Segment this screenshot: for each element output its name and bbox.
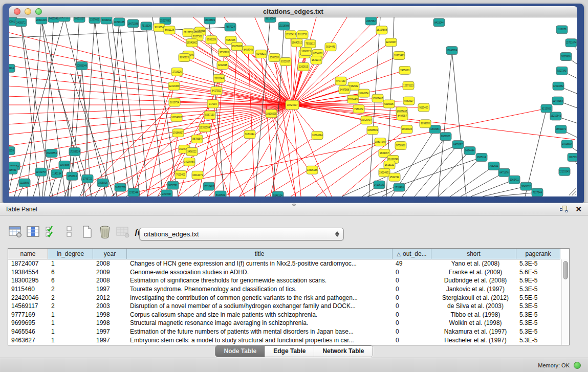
graph-node[interactable]: 1362615 [298,62,309,71]
graph-node[interactable]: 8601128 [164,26,175,34]
graph-node[interactable]: 8267150 [204,111,215,119]
graph-node[interactable]: 8494957 [397,112,408,120]
graph-node[interactable]: 7632621 [488,162,499,170]
graph-node[interactable]: 6497568 [339,85,350,94]
graph-node[interactable]: 16648784 [446,47,458,55]
network-window-titlebar[interactable]: citations_edges.txt [9,6,577,17]
graph-node[interactable]: 8427552 [211,86,222,95]
graph-node[interactable]: 1696215 [300,48,312,56]
table-row[interactable]: 1456911722003Disruption of a novel membe… [8,302,569,311]
graph-node[interactable]: 8215955 [541,104,552,113]
graph-node[interactable]: 17016504 [561,140,573,148]
graph-node[interactable]: 3915931 [9,166,17,174]
column-chooser-icon[interactable] [25,224,41,239]
column-header-pagerank[interactable]: pagerank [516,249,560,259]
graph-node[interactable]: 2718126 [171,68,183,76]
graph-node[interactable]: 9699695 [420,120,431,128]
graph-node[interactable]: 9161044 [244,130,255,139]
tab-edge-table[interactable]: Edge Table [265,346,314,357]
graph-node[interactable]: 14099489 [184,158,195,166]
graph-node[interactable]: 1167533 [568,153,577,161]
table-scrollbar[interactable] [561,259,569,345]
graph-node[interactable]: 16654085 [171,114,182,122]
graph-node[interactable]: 20564486 [347,95,359,103]
table-row[interactable]: 1830029562008Estimation of significance … [8,276,569,285]
graph-node[interactable]: 1621072 [311,56,322,64]
graph-node[interactable]: 9857791 [167,181,179,189]
table-row[interactable]: 911546021997Tourette syndrome. Phenomeno… [8,285,569,294]
graph-node[interactable]: 2405572 [15,18,27,27]
graph-node[interactable]: 6216005 [383,100,395,108]
window-resize-grip[interactable] [569,188,576,195]
column-header-year[interactable]: year [93,249,127,259]
graph-node[interactable]: 13654923 [401,125,412,134]
graph-node[interactable]: 12442757 [35,168,47,176]
graph-node[interactable]: 16210643 [550,112,561,120]
graph-node[interactable]: 19166857 [172,129,184,137]
graph-node[interactable]: 15692971 [555,125,567,134]
graph-node[interactable]: 19524851 [379,168,390,177]
graph-node[interactable]: 10973493 [394,52,405,60]
graph-node[interactable]: 8813054 [265,17,276,23]
graph-node[interactable]: 9119354 [154,24,165,32]
graph-node[interactable]: 9756928 [395,142,406,150]
table-selector-dropdown[interactable]: citations_edges.txt [139,228,344,240]
graph-node[interactable]: 14196141 [374,181,385,189]
tab-node-table[interactable]: Node Table [215,346,265,357]
graph-node[interactable]: 3498222 [186,148,198,156]
graph-node[interactable]: 9474444 [464,147,475,155]
close-panel-icon[interactable]: ✕ [575,206,582,213]
graph-node[interactable]: 7986372 [353,105,364,113]
trash-icon[interactable] [97,224,113,239]
graph-node[interactable]: 7485063 [399,66,410,74]
graph-node[interactable]: 1112678 [556,26,568,34]
graph-node[interactable]: 6479197 [452,141,464,149]
graph-node[interactable]: 2935114 [476,153,487,161]
graph-node[interactable]: 1995816 [97,179,108,187]
graph-node[interactable]: 10384594 [312,132,323,140]
graph-node[interactable]: 16543862 [186,39,198,47]
scrollbar-thumb[interactable] [563,261,568,279]
column-header-out_degree[interactable]: △out_de... [393,249,431,259]
graph-node[interactable]: 9115460 [418,103,429,112]
graph-node[interactable]: 1292344 [128,188,139,196]
graph-node[interactable]: 9890123 [179,54,190,62]
graph-node[interactable]: 9346104 [272,191,284,196]
graph-node[interactable]: 18437522 [59,17,70,21]
graph-node[interactable]: 12093852 [553,82,564,90]
graph-node[interactable]: 18300295 [266,110,277,118]
graph-node[interactable]: 8322037 [280,58,291,66]
graph-node[interactable]: 15718485 [203,182,214,190]
graph-node[interactable]: 8454749 [243,46,254,54]
graph-node[interactable]: 10653257 [74,17,85,23]
table-row[interactable]: 1938455462009Genome-wide association stu… [8,268,569,277]
graph-node[interactable]: 2620659 [9,147,15,155]
graph-node[interactable]: 1795722 [82,174,93,183]
new-document-icon[interactable] [79,224,95,239]
graph-node[interactable]: 1145194 [51,169,62,178]
graph-node[interactable]: 16782759 [115,183,126,191]
table-settings-icon[interactable] [7,224,24,239]
graph-node[interactable]: 2033104 [9,64,15,72]
graph-node[interactable]: 1115686 [19,179,30,187]
graph-node[interactable]: 7515526 [141,22,152,30]
graph-node[interactable]: 6466162 [101,17,112,24]
graph-node[interactable]: 1615132 [384,161,395,169]
graph-node[interactable]: 12213967 [385,38,397,47]
graph-node[interactable]: 1350513 [67,172,78,180]
graph-node[interactable]: 12975115 [403,81,414,90]
table-row[interactable]: 2242004622012Investigating the contribut… [8,293,569,302]
graph-node[interactable]: 8186328 [206,36,217,44]
graph-node[interactable]: 9242848 [217,61,228,70]
graph-node[interactable]: 9146821 [255,50,267,58]
graph-node[interactable]: 8938923 [440,133,451,141]
graph-node[interactable]: 8415044 [433,18,445,27]
column-header-in_degree[interactable]: in_degree [48,249,93,259]
graph-node[interactable]: 9034443 [325,43,336,51]
select-all-icon[interactable] [43,224,59,239]
graph-node[interactable]: 2687682 [365,17,377,25]
graph-node[interactable]: 2522742 [389,173,400,181]
graph-node[interactable]: 9227343 [556,67,568,75]
table-row[interactable]: 977716911998Corpus callosum shape and si… [8,311,569,319]
graph-node[interactable]: 1527602 [89,17,100,24]
